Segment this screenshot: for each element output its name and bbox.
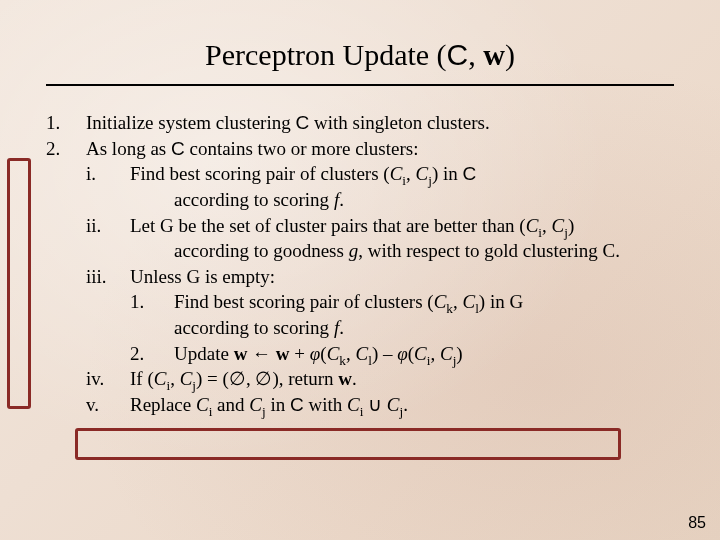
- item-2i: i. Find best scoring pair of clusters (C…: [46, 161, 674, 187]
- title-sep: ,: [468, 38, 483, 71]
- item-2ii: ii. Let G be the set of cluster pairs th…: [46, 213, 674, 239]
- title-close: ): [505, 38, 515, 71]
- txt-1: Initialize system clustering C with sing…: [86, 110, 674, 136]
- item-2iii-2: 2. Update w ← w + φ(Ck, Cl) – φ(Ci, Cj): [46, 341, 674, 367]
- txt-2: As long as C contains two or more cluste…: [86, 136, 674, 162]
- txt-2v: Replace Ci and Cj in C with Ci ∪ Cj.: [130, 392, 674, 418]
- txt-2iii: Unless G is empty:: [130, 264, 674, 290]
- num-2i: i.: [86, 161, 130, 187]
- title-w: w: [483, 38, 505, 71]
- item-2iii: iii. Unless G is empty:: [46, 264, 674, 290]
- num-1: 1.: [46, 110, 86, 136]
- num-2: 2.: [46, 136, 86, 162]
- num-2ii: ii.: [86, 213, 130, 239]
- txt-2iii-2: Update w ← w + φ(Ck, Cl) – φ(Ci, Cj): [174, 341, 674, 367]
- page-number: 85: [688, 514, 706, 532]
- txt-2ii: Let G be the set of cluster pairs that a…: [130, 213, 674, 239]
- title-C: C: [447, 38, 469, 71]
- txt-2i-cont: according to scoring f.: [46, 187, 674, 213]
- slide-body: 1. Initialize system clustering C with s…: [46, 110, 674, 418]
- item-2v: v. Replace Ci and Cj in C with Ci ∪ Cj.: [46, 392, 674, 418]
- txt-2iv: If (Ci, Cj) = (∅, ∅), return w.: [130, 366, 674, 392]
- title-text: Perceptron Update (: [205, 38, 447, 71]
- title-rule: [46, 84, 674, 86]
- txt-2i: Find best scoring pair of clusters (Ci, …: [130, 161, 674, 187]
- item-2iii-1: 1. Find best scoring pair of clusters (C…: [46, 289, 674, 340]
- item-2iv: iv. If (Ci, Cj) = (∅, ∅), return w.: [46, 366, 674, 392]
- txt-2iii-1: Find best scoring pair of clusters (Ck, …: [174, 289, 674, 340]
- slide-title: Perceptron Update (C, w): [46, 38, 674, 72]
- txt-2ii-cont: according to goodness g, with respect to…: [46, 238, 674, 264]
- num-2iv: iv.: [86, 366, 130, 392]
- item-1: 1. Initialize system clustering C with s…: [46, 110, 674, 136]
- num-2iii: iii.: [86, 264, 130, 290]
- item-2: 2. As long as C contains two or more clu…: [46, 136, 674, 162]
- num-2v: v.: [86, 392, 130, 418]
- num-2iii-2: 2.: [130, 341, 174, 367]
- num-2iii-1: 1.: [130, 289, 174, 340]
